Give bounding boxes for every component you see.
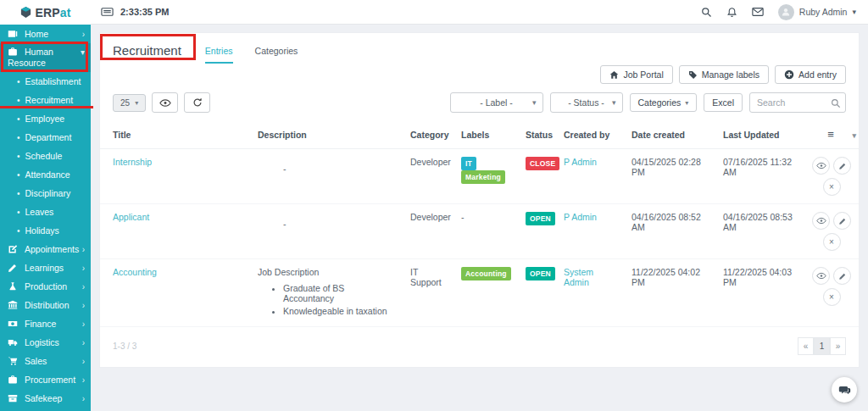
edit-button[interactable] (833, 157, 851, 175)
entry-description: - (283, 164, 287, 174)
search-icon[interactable] (701, 7, 712, 18)
sidebar-item-label: Logistics (25, 337, 59, 347)
label-badge: IT (461, 157, 476, 170)
tab-categories[interactable]: Categories (255, 46, 298, 64)
bell-icon[interactable] (726, 7, 737, 18)
status-badge: OPEN (526, 212, 555, 225)
pagination-page-1[interactable]: 1 (814, 337, 830, 355)
table-row: Internship - Developer ITMarketing CLOSE… (100, 149, 859, 204)
manage-labels-button[interactable]: Manage labels (679, 65, 769, 84)
delete-button[interactable]: × (823, 178, 841, 196)
entry-title-link[interactable]: Accounting (113, 267, 157, 277)
pagination-next[interactable]: » (830, 337, 846, 355)
pencil-square-icon (8, 244, 20, 254)
sidebar-subitem-disciplinary[interactable]: •Disciplinary (0, 184, 91, 203)
created-by-link[interactable]: P Admin (564, 212, 597, 222)
sidebar-subitem-leaves[interactable]: •Leaves (0, 203, 91, 221)
entry-title-link[interactable]: Applicant (113, 212, 149, 222)
view-button[interactable] (812, 267, 830, 285)
categories-dropdown-button[interactable]: Categories ▾ (630, 93, 698, 112)
envelope-icon[interactable] (752, 7, 764, 17)
sidebar-nav: Home › Human Resource ▾ •Establishment •… (0, 25, 91, 408)
sidebar-subitem-holidays[interactable]: •Holidays (0, 221, 91, 240)
entry-title-link[interactable]: Internship (113, 157, 152, 167)
cart-icon (8, 356, 20, 366)
sidebar-item-label: Production (25, 281, 67, 292)
job-portal-button[interactable]: Job Portal (600, 65, 672, 84)
pagination-prev[interactable]: « (798, 337, 814, 355)
sidebar-subitem-label: Attendance (25, 169, 70, 180)
hamburger-icon[interactable]: ≡ (827, 128, 834, 141)
bullet-icon: • (17, 208, 20, 217)
created-by-link[interactable]: P Admin (564, 157, 597, 167)
money-icon (8, 319, 20, 329)
refresh-icon (192, 97, 203, 108)
sidebar-subitem-attendance[interactable]: •Attendance (0, 165, 91, 184)
refresh-button[interactable] (184, 92, 210, 113)
sidebar-item-appointments[interactable]: Appointments › (0, 240, 91, 258)
edit-button[interactable] (833, 267, 851, 285)
tag-icon (688, 70, 698, 80)
chevron-right-icon: › (82, 30, 85, 39)
sidebar-item-learnings[interactable]: Learnings › (0, 258, 91, 277)
delete-button[interactable]: × (823, 288, 841, 306)
bullet-icon: • (17, 170, 20, 180)
sidebar-item-human-resource[interactable]: Human Resource ▾ (0, 43, 91, 72)
user-menu[interactable]: Ruby Admin ▾ (778, 4, 856, 20)
sidebar-item-safekeep[interactable]: Safekeep › (0, 389, 91, 408)
bank-icon (8, 300, 20, 310)
sidebar-subitem-establishment[interactable]: •Establishment (0, 72, 91, 91)
created-by-link[interactable]: System Admin (564, 267, 593, 287)
entries-table: Title Description Category Labels Status… (100, 121, 859, 327)
sidebar-item-sales[interactable]: Sales › (0, 352, 91, 370)
tab-entries[interactable]: Entries (205, 46, 233, 64)
sidebar-item-logistics[interactable]: Logistics › (0, 333, 91, 352)
search-icon[interactable] (831, 97, 841, 112)
page-size-select[interactable]: 25 ▾ (113, 94, 146, 112)
sidebar-subitem-recruitment[interactable]: •Recruitment (0, 91, 91, 109)
pagination: « 1 » (798, 337, 846, 355)
edit-button[interactable] (833, 212, 851, 230)
chevron-down-icon[interactable]: ▾ (852, 131, 856, 140)
newspaper-icon (8, 29, 20, 39)
toggle-visibility-button[interactable] (152, 92, 178, 113)
status-badge: CLOSE (526, 157, 559, 170)
last-updated: 07/16/2025 11:32 AM (723, 157, 792, 177)
view-button[interactable] (812, 212, 830, 230)
sidebar-item-finance[interactable]: Finance › (0, 314, 91, 333)
sidebar-item-production[interactable]: Production › (0, 277, 91, 296)
sidebar-subitem-label: Establishment (25, 76, 81, 86)
main-content: Recruitment Entries Categories Job Porta… (91, 25, 868, 411)
view-button[interactable] (812, 157, 830, 175)
delete-button[interactable]: × (823, 233, 841, 251)
sidebar-subitem-employee[interactable]: •Employee (0, 109, 91, 128)
chevron-down-icon: ▾ (532, 98, 537, 107)
date-created: 11/22/2025 04:02 PM (632, 267, 700, 287)
excel-export-button[interactable]: Excel (704, 93, 743, 112)
bullet-icon: • (17, 96, 20, 105)
pencil-icon (8, 263, 20, 273)
chat-button[interactable] (832, 377, 857, 403)
add-entry-button[interactable]: Add entry (775, 65, 846, 84)
sidebar-item-home[interactable]: Home › (0, 25, 91, 43)
keyboard-icon[interactable] (101, 7, 114, 17)
status-filter-select[interactable]: - Status - ▾ (550, 92, 623, 113)
sidebar-item-distribution[interactable]: Distribution › (0, 296, 91, 314)
col-title: Title (100, 121, 251, 149)
col-description: Description (251, 121, 403, 149)
page-size-value: 25 (120, 98, 130, 108)
sidebar-item-procurement[interactable]: Procurement › (0, 370, 91, 389)
chevron-right-icon: › (82, 301, 85, 310)
chevron-right-icon: › (82, 282, 85, 292)
sidebar-subitem-schedule[interactable]: •Schedule (0, 147, 91, 165)
col-category: Category (403, 121, 454, 149)
sidebar-subitem-department[interactable]: •Department (0, 128, 91, 147)
entry-labels-empty: - (461, 212, 465, 222)
entry-description-list: Graduate of BS Accountancy Knowledgeable… (283, 283, 397, 316)
close-icon: × (829, 237, 834, 247)
date-created: 04/15/2025 02:28 PM (632, 157, 701, 177)
status-badge: OPEN (526, 267, 555, 280)
label-filter-select[interactable]: - Label - ▾ (450, 92, 543, 113)
bullet-icon: • (17, 189, 20, 198)
logo[interactable]: ERPat (0, 0, 91, 25)
